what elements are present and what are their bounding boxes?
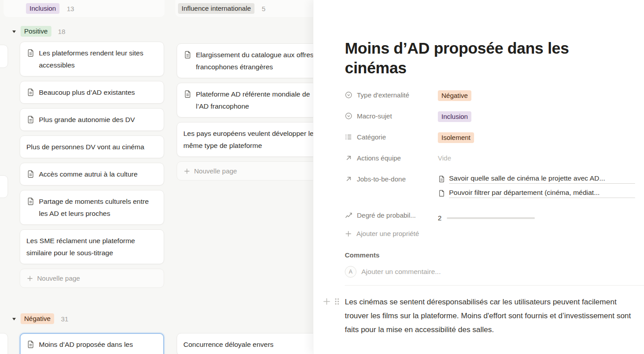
column-badge: Inclusion <box>26 3 59 14</box>
column-badge: Influence internationale <box>178 3 254 14</box>
arrow-ne-icon <box>345 175 352 183</box>
list-icon <box>345 133 352 141</box>
value-badge[interactable]: Inclusion <box>438 111 471 122</box>
property-row: Actions équipeVide <box>345 152 635 167</box>
card[interactable]: Les plateformes rendent leur sites acces… <box>20 42 164 76</box>
arrow-ne-icon <box>345 154 352 162</box>
new-page-label: Nouvelle page <box>194 167 237 175</box>
property-value[interactable]: Inclusion <box>438 110 635 122</box>
block-controls <box>322 297 341 306</box>
value-badge[interactable]: Négative <box>438 90 471 101</box>
property-row: Degré de probabil...2 <box>345 209 635 224</box>
card[interactable]: Concurrence déloyale envers <box>177 333 321 354</box>
page-icon <box>26 170 35 178</box>
property-row: Jobs-to-be-doneSavoir quelle salle de ci… <box>345 173 635 203</box>
page-icon <box>183 90 192 98</box>
page-icon <box>26 197 35 206</box>
card-title: Les SME réclament une plateforme similai… <box>26 235 157 259</box>
board-view: Inclusion 13 Influence internationale 5 … <box>0 0 340 354</box>
card-stack-negative-influence: Concurrence déloyale envers <box>177 333 321 354</box>
card[interactable]: Accès comme autrui à la culture <box>20 163 164 185</box>
property-label-text: Jobs-to-be-done <box>357 175 406 183</box>
column-header-inclusion[interactable]: Inclusion 13 <box>4 0 165 17</box>
property-label[interactable]: Degré de probabil... <box>345 209 438 219</box>
column-header-influence-internationale[interactable]: Influence internationale 5 <box>175 0 323 17</box>
collapse-triangle-icon[interactable] <box>12 316 17 321</box>
card-title: Moins d’AD proposée dans les cinémas <box>39 338 157 354</box>
avatar: A <box>345 266 356 278</box>
group-badge[interactable]: Négative <box>21 313 54 324</box>
column-count: 13 <box>67 5 74 13</box>
property-label[interactable]: Jobs-to-be-done <box>345 173 438 183</box>
body-paragraph[interactable]: Les cinémas se sentent déresponsabilisés… <box>345 295 635 337</box>
comments-heading: Comments <box>345 251 635 259</box>
property-label[interactable]: Type d'externalité <box>345 88 438 99</box>
select-icon <box>345 91 352 99</box>
property-list: Type d'externalitéNégativeMacro-sujetInc… <box>345 88 635 224</box>
add-block-icon[interactable] <box>322 297 331 306</box>
card[interactable]: Partage de moments culturels entre les A… <box>20 190 164 225</box>
group-badge[interactable]: Positive <box>21 26 51 37</box>
card-title: Plateforme AD référente mondiale de l’AD… <box>196 88 314 112</box>
new-page-button[interactable]: Nouvelle page <box>20 269 164 288</box>
value-badge[interactable]: Isolement <box>438 132 474 143</box>
card-stack-negative-inclusion: Moins d’AD proposée dans les cinémas <box>20 333 164 354</box>
relation-page-link[interactable]: Pouvoir filtrer par département (cinéma,… <box>438 189 635 198</box>
card-stack-positive-influence: Elargissement du catalogue aux offres fr… <box>177 43 321 181</box>
partial-card-offscreen[interactable] <box>0 175 8 198</box>
card[interactable]: Elargissement du catalogue aux offres fr… <box>177 43 321 78</box>
page-peek-panel: Moins d’AD proposée dans les cinémas Typ… <box>313 0 644 354</box>
property-row: Macro-sujetInclusion <box>345 110 635 125</box>
property-label[interactable]: Actions équipe <box>345 152 438 162</box>
link-title: Pouvoir filtrer par département (cinéma,… <box>449 189 635 198</box>
property-row: CatégorieIsolement <box>345 131 635 146</box>
property-value[interactable]: Isolement <box>438 131 635 143</box>
add-property-button[interactable]: Ajouter une propriété <box>345 230 635 237</box>
property-label-text: Catégorie <box>357 133 386 141</box>
divider <box>345 285 644 286</box>
property-label-text: Type d'externalité <box>357 91 409 99</box>
relation-page-link[interactable]: Savoir quelle salle de cinéma le projett… <box>438 174 635 184</box>
card[interactable]: Les SME réclament une plateforme similai… <box>20 229 164 264</box>
card-selected[interactable]: Moins d’AD proposée dans les cinémas <box>20 333 164 354</box>
progress-value: 2 <box>438 211 635 222</box>
property-label-text: Macro-sujet <box>357 112 392 120</box>
drag-handle-icon[interactable] <box>333 297 341 306</box>
page-title[interactable]: Moins d’AD proposée dans les cinémas <box>345 38 604 78</box>
card-title: Elargissement du catalogue aux offres fr… <box>196 49 314 73</box>
card-title: Partage de moments culturels entre les A… <box>39 195 157 219</box>
card[interactable]: Plus de personnes DV vont au cinéma <box>20 135 164 158</box>
property-value[interactable]: Négative <box>438 88 635 101</box>
partial-card-offscreen[interactable] <box>0 333 8 354</box>
property-label-text: Degré de probabil... <box>357 211 416 219</box>
group-count: 18 <box>58 28 66 35</box>
card[interactable]: Beaucoup plus d’AD existantes <box>20 81 164 104</box>
card-title: Beaucoup plus d’AD existantes <box>39 86 135 98</box>
page-body-block: Les cinémas se sentent déresponsabilisés… <box>345 295 635 337</box>
new-page-label: Nouvelle page <box>37 274 80 282</box>
page-blank-icon <box>438 190 445 197</box>
card[interactable]: Plateforme AD référente mondiale de l’AD… <box>177 83 321 118</box>
property-label[interactable]: Macro-sujet <box>345 110 438 120</box>
group-count: 31 <box>61 315 68 323</box>
property-row: Type d'externalitéNégative <box>345 88 635 104</box>
property-value[interactable]: Savoir quelle salle de cinéma le projett… <box>438 173 635 203</box>
card-title: Les plateformes rendent leur sites acces… <box>39 47 157 71</box>
group-header-positive: Positive 18 <box>12 26 65 37</box>
collapse-triangle-icon[interactable] <box>12 29 17 34</box>
column-count: 5 <box>262 5 265 13</box>
plus-icon <box>26 275 34 282</box>
card-title: Concurrence déloyale envers <box>183 338 274 350</box>
card[interactable]: Plus grande autonomie des DV <box>20 108 164 131</box>
partial-card-offscreen[interactable] <box>0 45 8 68</box>
property-value-empty[interactable]: Vide <box>438 152 635 162</box>
link-title: Savoir quelle salle de cinéma le projett… <box>449 174 635 184</box>
page-icon <box>26 88 35 97</box>
comment-placeholder: Ajouter un commentaire... <box>361 268 441 276</box>
new-page-button[interactable]: Nouvelle page <box>177 161 321 181</box>
comment-input[interactable]: A Ajouter un commentaire... <box>345 266 635 278</box>
property-label[interactable]: Catégorie <box>345 131 438 141</box>
card[interactable]: Les pays européens veulent développer le… <box>177 122 321 157</box>
property-value[interactable]: 2 <box>438 209 635 222</box>
plus-icon <box>345 230 352 237</box>
